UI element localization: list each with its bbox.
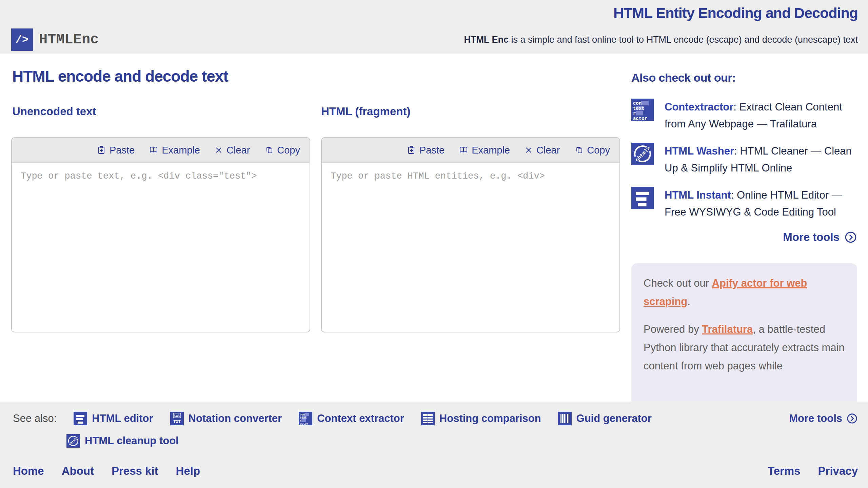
footer-link-hosting-comparison[interactable]: Hosting comparison xyxy=(421,412,541,425)
unencoded-textarea[interactable] xyxy=(12,163,310,332)
html-toolbar: Paste Example Clear Copy xyxy=(322,138,619,163)
footer-link-notation-converter[interactable]: txtTXT Notation converter xyxy=(170,412,282,425)
chevron-circle-icon xyxy=(846,413,858,424)
page-title: HTML Entity Encoding and Decoding xyxy=(613,5,858,21)
also-check-sidebar: Also check out our: contextractor Contex… xyxy=(631,71,857,402)
logo-text: HTMLEnc xyxy=(39,32,99,48)
subtitle-bold: HTML Enc xyxy=(464,35,509,45)
sidebar-items: contextractor Contextractor: Extract Cle… xyxy=(631,99,857,221)
example-label: Example xyxy=(472,145,510,156)
clear-label: Clear xyxy=(536,145,560,156)
sidebar-item-text: HTML Instant: Online HTML Editor — Free … xyxy=(665,187,857,221)
footer-link-label: Notation converter xyxy=(189,412,282,425)
book-icon xyxy=(459,145,468,155)
close-icon xyxy=(524,146,533,155)
nav-terms[interactable]: Terms xyxy=(768,465,801,477)
code-logo-icon: /> xyxy=(11,28,33,51)
promo-text: Powered by xyxy=(644,323,702,335)
close-icon xyxy=(214,146,223,155)
nav-home[interactable]: Home xyxy=(13,465,44,477)
copy-icon xyxy=(264,145,274,155)
legal-links: Terms Privacy xyxy=(768,465,858,477)
nav-press-kit[interactable]: Press kit xyxy=(112,465,158,477)
html-fragment-label: HTML (fragment) xyxy=(321,105,410,118)
subtitle-rest: is a simple and fast online tool to HTML… xyxy=(509,35,858,45)
sidebar-item-text: HTML Washer: HTML Cleaner — Clean Up & S… xyxy=(665,143,857,177)
copy-label: Copy xyxy=(277,145,300,156)
footer-link-guid-generator[interactable]: Guid generator xyxy=(558,412,652,425)
footer-link-html-editor[interactable]: HTML editor xyxy=(74,412,153,425)
section-heading: HTML encode and decode text xyxy=(12,67,228,85)
sidebar-item-html-washer[interactable]: <html> HTML Washer: HTML Cleaner — Clean… xyxy=(631,143,857,177)
example-label: Example xyxy=(162,145,200,156)
page-footer: See also: HTML editor txtTXT Notation co… xyxy=(0,402,868,488)
paste-label: Paste xyxy=(419,145,445,156)
promo-paragraph-1: Check out our Apify actor for web scrapi… xyxy=(644,274,845,311)
chevron-circle-icon xyxy=(844,231,857,244)
site-logo[interactable]: /> HTMLEnc xyxy=(11,28,99,51)
tool-link[interactable]: HTML Instant xyxy=(665,189,731,201)
logo-glyph: /> xyxy=(16,34,28,46)
footer-link-label: Context extractor xyxy=(317,412,404,425)
copy-label: Copy xyxy=(587,145,610,156)
nav-help[interactable]: Help xyxy=(176,465,200,477)
sidebar-heading: Also check out our: xyxy=(631,71,857,84)
example-button[interactable]: Example xyxy=(459,145,510,156)
page-subtitle: HTML Enc is a simple and fast online too… xyxy=(464,35,858,45)
sidebar-item-text: Contextractor: Extract Clean Content fro… xyxy=(665,99,857,133)
html-instant-icon xyxy=(631,187,654,209)
example-button[interactable]: Example xyxy=(149,145,200,156)
nav-about[interactable]: About xyxy=(62,465,94,477)
paste-button[interactable]: Paste xyxy=(97,145,135,156)
more-tools-label: More tools xyxy=(783,231,840,244)
tool-link[interactable]: HTML Washer xyxy=(665,145,734,157)
unencoded-label: Unencoded text xyxy=(12,105,96,118)
paste-icon xyxy=(407,145,416,155)
clear-button[interactable]: Clear xyxy=(214,145,250,156)
footer-link-context-extractor[interactable]: contextractor Context extractor xyxy=(299,412,404,425)
copy-icon xyxy=(574,145,584,155)
footer-link-label: HTML cleanup tool xyxy=(85,435,179,447)
page-header: /> HTMLEnc HTML Entity Encoding and Deco… xyxy=(0,0,868,54)
trafilatura-link[interactable]: Trafilatura xyxy=(702,323,753,335)
svg-text:txt: txt xyxy=(174,414,180,418)
see-also-row: See also: HTML editor txtTXT Notation co… xyxy=(13,412,858,425)
paste-icon xyxy=(97,145,106,155)
tool-link[interactable]: Contextractor xyxy=(665,101,733,113)
footer-more-tools-link[interactable]: More tools xyxy=(789,412,858,425)
book-icon xyxy=(149,145,158,155)
promo-text: Check out our xyxy=(644,277,712,289)
svg-text:TXT: TXT xyxy=(173,420,181,425)
see-also-row-2: <html> HTML cleanup tool xyxy=(66,434,179,448)
html-washer-icon: <html> xyxy=(631,143,654,165)
unencoded-toolbar: Paste Example Clear Copy xyxy=(12,138,310,163)
paste-label: Paste xyxy=(110,145,135,156)
footer-link-label: Hosting comparison xyxy=(439,412,541,425)
contextractor-icon: contextractor xyxy=(631,99,654,121)
copy-button[interactable]: Copy xyxy=(574,145,610,156)
nav-privacy[interactable]: Privacy xyxy=(818,465,858,477)
notation-icon: txtTXT xyxy=(170,412,184,425)
barcode-icon xyxy=(558,412,572,425)
footer-link-label: Guid generator xyxy=(576,412,652,425)
bottom-nav: Home About Press kit Help Terms Privacy xyxy=(13,465,858,477)
sidebar-item-html-instant[interactable]: HTML Instant: Online HTML Editor — Free … xyxy=(631,187,857,221)
sidebar-more-tools-link[interactable]: More tools xyxy=(631,231,857,244)
paste-button[interactable]: Paste xyxy=(407,145,445,156)
html-fragment-panel: Paste Example Clear Copy xyxy=(321,137,620,332)
apify-promo-box: Check out our Apify actor for web scrapi… xyxy=(631,263,857,402)
clear-button[interactable]: Clear xyxy=(524,145,560,156)
html-entities-textarea[interactable] xyxy=(322,163,619,332)
sidebar-item-contextractor[interactable]: contextractor Contextractor: Extract Cle… xyxy=(631,99,857,133)
clear-label: Clear xyxy=(226,145,250,156)
html-washer-icon: <html> xyxy=(66,434,80,448)
copy-button[interactable]: Copy xyxy=(264,145,300,156)
promo-text: . xyxy=(687,296,690,307)
svg-text:actor: actor xyxy=(300,422,309,425)
svg-text:con: con xyxy=(633,101,642,106)
svg-text:r: r xyxy=(633,111,636,116)
footer-link-html-cleanup[interactable]: <html> HTML cleanup tool xyxy=(66,434,179,448)
promo-paragraph-2: Powered by Trafilatura, a battle-tested … xyxy=(644,320,845,375)
html-instant-icon xyxy=(74,412,87,425)
unencoded-text-panel: Paste Example Clear Copy xyxy=(11,137,310,332)
